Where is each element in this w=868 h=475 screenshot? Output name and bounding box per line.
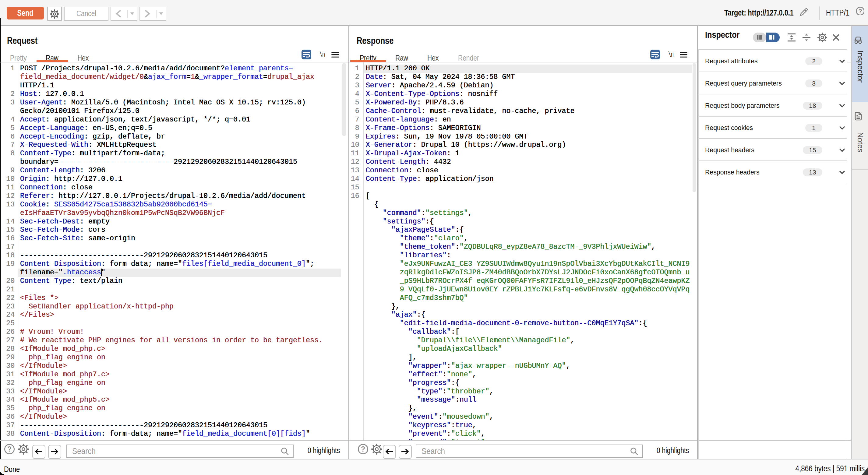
svg-text:?: ? xyxy=(361,445,365,453)
svg-text:?: ? xyxy=(858,8,862,14)
svg-text:?: ? xyxy=(7,445,11,453)
